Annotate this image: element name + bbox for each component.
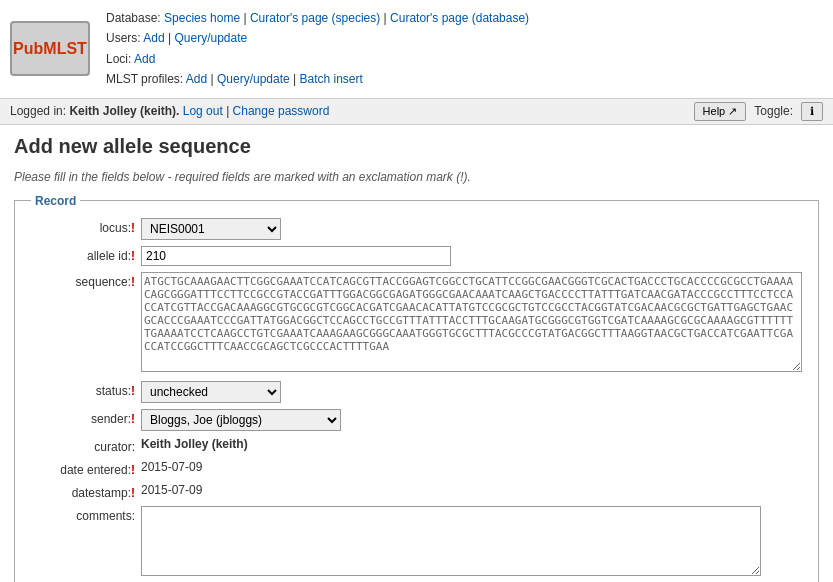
- status-control: unchecked checked flagged: [141, 381, 802, 403]
- db-label: Database:: [106, 11, 161, 25]
- userbar-right: Help ↗ Toggle: ℹ: [694, 102, 823, 121]
- locus-control: NEIS0001: [141, 218, 802, 240]
- curator-value: Keith Jolley (keith): [141, 434, 248, 451]
- sender-required: !: [131, 412, 135, 426]
- sequence-row: sequence:! ATGCTGCAAAGAACTTCGGCGAAATCCAT…: [31, 272, 802, 375]
- datestamp-label: datestamp:!: [31, 483, 141, 500]
- sequence-control: ATGCTGCAAAGAACTTCGGCGAAATCCATCAGCGTTACCG…: [141, 272, 802, 375]
- allele-id-label: allele id:!: [31, 246, 141, 263]
- allele-id-input[interactable]: [141, 246, 451, 266]
- date-entered-value: 2015-07-09: [141, 457, 202, 474]
- status-required: !: [131, 384, 135, 398]
- allele-id-row: allele id:!: [31, 246, 802, 266]
- allele-id-control: [141, 246, 802, 266]
- header-links: Database: Species home | Curator's page …: [106, 8, 529, 90]
- logged-in-prefix: Logged in:: [10, 104, 69, 118]
- help-button[interactable]: Help ↗: [694, 102, 747, 121]
- curator-label: curator:: [31, 437, 141, 454]
- status-label: status:!: [31, 381, 141, 398]
- locus-required: !: [131, 221, 135, 235]
- comments-row: comments:: [31, 506, 802, 579]
- logout-link[interactable]: Log out: [183, 104, 223, 118]
- sender-row: sender:! Bloggs, Joe (jbloggs): [31, 409, 802, 431]
- datestamp-required: !: [131, 486, 135, 500]
- date-entered-control: 2015-07-09: [141, 460, 802, 474]
- toggle-label: Toggle:: [754, 104, 793, 118]
- date-entered-label: date entered:!: [31, 460, 141, 477]
- sequence-textarea[interactable]: ATGCTGCAAAGAACTTCGGCGAAATCCATCAGCGTTACCG…: [141, 272, 802, 372]
- sender-select[interactable]: Bloggs, Joe (jbloggs): [141, 409, 341, 431]
- locus-select[interactable]: NEIS0001: [141, 218, 281, 240]
- main-content: Please fill in the fields below - requir…: [0, 164, 833, 582]
- users-add-link[interactable]: Add: [143, 31, 164, 45]
- curators-species-link[interactable]: Curator's page (species): [250, 11, 380, 25]
- sender-control: Bloggs, Joe (jbloggs): [141, 409, 802, 431]
- status-select[interactable]: unchecked checked flagged: [141, 381, 281, 403]
- datestamp-control: 2015-07-09: [141, 483, 802, 497]
- record-fieldset: Record locus:! NEIS0001 allele id:!: [14, 194, 819, 582]
- mlst-label: MLST profiles:: [106, 72, 183, 86]
- allele-id-required: !: [131, 249, 135, 263]
- mlst-batch-link[interactable]: Batch insert: [299, 72, 362, 86]
- instructions: Please fill in the fields below - requir…: [14, 170, 819, 184]
- toggle-info-button[interactable]: ℹ: [801, 102, 823, 121]
- datestamp-row: datestamp:! 2015-07-09: [31, 483, 802, 500]
- species-home-link[interactable]: Species home: [164, 11, 240, 25]
- userbar-left: Logged in: Keith Jolley (keith). Log out…: [10, 104, 329, 118]
- userbar: Logged in: Keith Jolley (keith). Log out…: [0, 99, 833, 125]
- status-row: status:! unchecked checked flagged: [31, 381, 802, 403]
- locus-label: locus:!: [31, 218, 141, 235]
- curator-control: Keith Jolley (keith): [141, 437, 802, 451]
- comments-control: [141, 506, 802, 579]
- page-title: Add new allele sequence: [14, 135, 819, 158]
- users-query-link[interactable]: Query/update: [175, 31, 248, 45]
- sender-label: sender:!: [31, 409, 141, 426]
- comments-textarea[interactable]: [141, 506, 761, 576]
- curators-db-link[interactable]: Curator's page (database): [390, 11, 529, 25]
- loci-add-link[interactable]: Add: [134, 52, 155, 66]
- mlst-add-link[interactable]: Add: [186, 72, 207, 86]
- users-label: Users:: [106, 31, 141, 45]
- username: Keith Jolley (keith).: [69, 104, 179, 118]
- mlst-query-link[interactable]: Query/update: [217, 72, 290, 86]
- locus-row: locus:! NEIS0001: [31, 218, 802, 240]
- record-legend: Record: [31, 194, 80, 208]
- comments-label: comments:: [31, 506, 141, 523]
- date-entered-row: date entered:! 2015-07-09: [31, 460, 802, 477]
- page-title-bar: Add new allele sequence: [0, 125, 833, 164]
- change-password-link[interactable]: Change password: [233, 104, 330, 118]
- sequence-required: !: [131, 275, 135, 289]
- sequence-label: sequence:!: [31, 272, 141, 289]
- loci-label: Loci:: [106, 52, 131, 66]
- datestamp-value: 2015-07-09: [141, 480, 202, 497]
- curator-row: curator: Keith Jolley (keith): [31, 437, 802, 454]
- date-entered-required: !: [131, 463, 135, 477]
- header: PubMLST Database: Species home | Curator…: [0, 0, 833, 99]
- pubmlst-logo: PubMLST: [10, 21, 90, 76]
